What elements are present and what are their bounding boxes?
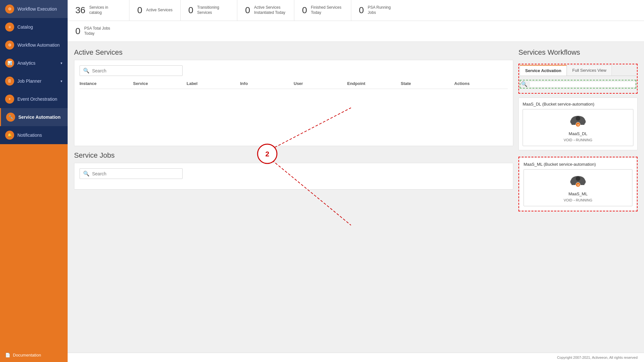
documentation-icon: 📄 <box>5 353 10 357</box>
maas-dl-card-inner: ⚙ MaaS_DL VOID→RUNNING <box>523 109 633 146</box>
job-planner-icon: 🗓 <box>5 77 14 86</box>
svg-text:⚙: ⚙ <box>577 124 579 126</box>
col-actions: Actions <box>454 81 508 86</box>
maas-ml-card-title: MaaS_ML (Bucket service-automation) <box>524 162 632 167</box>
maas-dl-card-title: MaaS_DL (Bucket service-automation) <box>523 102 633 107</box>
active-services-search[interactable]: 🔍 <box>80 65 183 76</box>
maas-ml-dashed-wrapper: MaaS_ML (Bucket service-automation) <box>518 157 638 211</box>
active-services-empty-area <box>80 89 508 141</box>
sidebar: ⚙ Workflow Execution ≡ Catalog ⚙ Workflo… <box>0 0 68 362</box>
catalog-icon: ≡ <box>5 23 14 32</box>
stat-finished-services-today: 0 Finished Services Today <box>294 0 351 21</box>
content-wrapper: Active Services 🔍 Instance Service Label… <box>68 42 644 353</box>
service-jobs-search[interactable]: 🔍 <box>80 168 183 179</box>
svg-text:⚙: ⚙ <box>577 184 579 187</box>
right-panel: Services Workflows Service Activation Fu… <box>518 48 638 346</box>
service-automation-icon: 🔧 <box>6 113 15 122</box>
col-state: State <box>401 81 454 86</box>
sidebar-item-workflow-execution[interactable]: ⚙ Workflow Execution <box>0 0 68 18</box>
service-jobs-panel: 🔍 <box>74 163 513 190</box>
maas-ml-state: VOID→RUNNING <box>564 198 592 202</box>
workflow-automation-icon: ⚙ <box>5 41 14 50</box>
service-jobs-search-icon: 🔍 <box>83 171 90 177</box>
service-card-maas-dl[interactable]: MaaS_DL (Bucket service-automation) <box>518 97 638 150</box>
active-services-search-input[interactable] <box>92 68 179 73</box>
footer: Copyright 2007-2021, Activeeon, All righ… <box>68 353 644 362</box>
event-orchestration-icon: + <box>5 95 14 104</box>
active-services-section: Active Services 🔍 Instance Service Label… <box>74 48 513 146</box>
content-area: Active Services 🔍 Instance Service Label… <box>68 42 644 353</box>
sidebar-item-catalog[interactable]: ≡ Catalog <box>0 18 68 36</box>
documentation-link[interactable]: 📄 Documentation <box>0 348 68 362</box>
stat-active-services-today: 0 Active Services Instantiated Today <box>237 0 294 21</box>
stat-active-services: 0 Active Services <box>129 0 181 21</box>
sidebar-item-notifications[interactable]: 🔔 Notifications <box>0 126 68 144</box>
maas-ml-card-inner: ⚙ MaaS_ML VOID→RUNNING <box>524 169 632 206</box>
search-icon: 🔍 <box>83 68 90 74</box>
workflow-execution-icon: ⚙ <box>5 5 14 14</box>
workflow-search-icon: 🔍 <box>521 81 527 87</box>
notifications-icon: 🔔 <box>5 131 14 140</box>
col-user: User <box>294 81 347 86</box>
sidebar-item-event-orchestration[interactable]: + Event Orchestration <box>0 90 68 108</box>
maas-ml-name: MaaS_ML <box>568 191 587 196</box>
stat-services-in-catalog: 36 Services in catalog <box>68 0 129 21</box>
workflows-title: Services Workflows <box>518 48 638 57</box>
col-label: Label <box>187 81 240 86</box>
maas-ml-icon: ⚙ <box>568 173 588 190</box>
sidebar-item-service-automation[interactable]: 🔧 Service Automation <box>0 108 68 126</box>
stat-psa-total-jobs: 0 PSA Total Jobs Today <box>68 21 124 42</box>
main-content: 36 Services in catalog 0 Active Services… <box>68 0 644 362</box>
svg-point-4 <box>576 116 580 121</box>
stat-psa-running-jobs: 0 PSA Running Jobs <box>351 0 408 21</box>
workflow-search-input[interactable]: maas_ml <box>530 82 635 87</box>
service-card-maas-ml[interactable]: MaaS_ML (Bucket service-automation) <box>520 158 636 210</box>
active-services-title: Active Services <box>74 48 513 57</box>
stats-bar-row2: 0 PSA Total Jobs Today <box>68 21 644 42</box>
col-endpoint: Endpoint <box>347 81 401 86</box>
col-service: Service <box>133 81 186 86</box>
sidebar-item-job-planner[interactable]: 🗓 Job Planner ▾ <box>0 72 68 90</box>
service-jobs-search-input[interactable] <box>92 171 179 176</box>
service-activation-dashed: Service Activation Full Services View 🔍 … <box>518 64 638 94</box>
sidebar-item-analytics[interactable]: 📊 Analytics ▾ <box>0 54 68 72</box>
analytics-icon: 📊 <box>5 59 14 68</box>
col-instance: Instance <box>80 81 133 86</box>
copyright-text: Copyright 2007-2021, Activeeon, All righ… <box>557 356 638 359</box>
analytics-arrow: ▾ <box>61 61 62 65</box>
service-jobs-section: Service Jobs 🔍 <box>74 151 513 190</box>
workflow-tabs: Service Activation Full Services View <box>520 65 636 76</box>
active-services-panel: 🔍 Instance Service Label Info User Endpo… <box>74 60 513 146</box>
tab-service-activation[interactable]: Service Activation <box>520 65 567 76</box>
left-panel: Active Services 🔍 Instance Service Label… <box>74 48 513 346</box>
svg-point-11 <box>576 176 580 181</box>
workflow-search-box[interactable]: 🔍 maas_ml <box>520 80 636 88</box>
maas-dl-state: VOID→RUNNING <box>564 138 592 142</box>
service-jobs-title: Service Jobs <box>74 151 513 160</box>
maas-dl-name: MaaS_DL <box>569 131 587 136</box>
sidebar-item-workflow-automation[interactable]: ⚙ Workflow Automation <box>0 36 68 54</box>
stats-bar: 36 Services in catalog 0 Active Services… <box>68 0 644 21</box>
active-services-table-header: Instance Service Label Info User Endpoin… <box>80 81 508 89</box>
stat-transitioning-services: 0 Transitioning Services <box>181 0 238 21</box>
tab-full-services-view[interactable]: Full Services View <box>567 65 612 76</box>
job-planner-arrow: ▾ <box>61 79 62 83</box>
col-info: Info <box>240 81 294 86</box>
maas-dl-icon: ⚙ <box>568 113 588 129</box>
